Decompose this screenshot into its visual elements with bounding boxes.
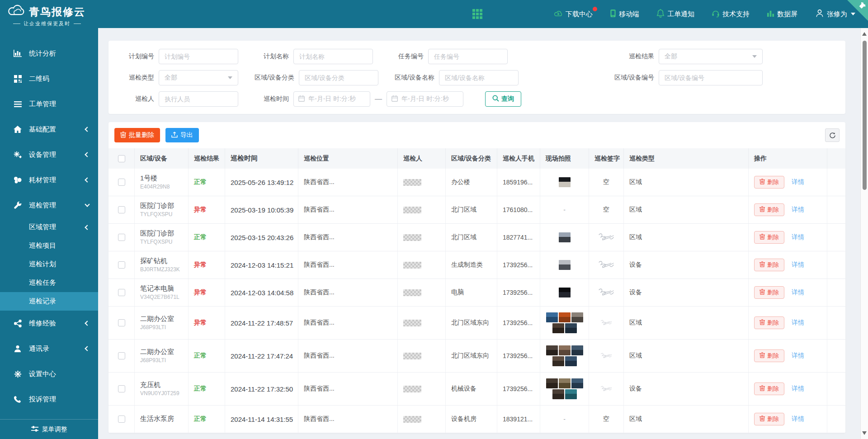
- inspection-location: 陕西省西...: [298, 340, 398, 372]
- photo-thumbnail[interactable]: [559, 260, 571, 270]
- menu-download-center[interactable]: 下载中心: [554, 10, 593, 19]
- photo-thumbnail[interactable]: [565, 323, 577, 333]
- detail-link[interactable]: 详情: [792, 261, 804, 269]
- operations-cell: 删除 详情: [749, 307, 827, 339]
- vertical-scrollbar[interactable]: [860, 28, 868, 439]
- inspector-input[interactable]: [159, 91, 238, 107]
- photo-thumbnail[interactable]: [552, 356, 564, 366]
- photo-thumbnail[interactable]: [552, 323, 564, 333]
- menu-adjust-button[interactable]: 菜单调整: [0, 419, 98, 439]
- photos-cell: [540, 224, 589, 251]
- inspection-type-select[interactable]: 全部: [159, 70, 238, 85]
- detail-link[interactable]: 详情: [792, 178, 804, 186]
- photo-thumbnail[interactable]: [546, 312, 558, 322]
- detail-link[interactable]: 详情: [792, 233, 804, 241]
- row-checkbox[interactable]: [118, 352, 125, 359]
- sidebar-item-base-config[interactable]: 基础配置: [0, 117, 98, 142]
- menu-data-screen[interactable]: 数据屏: [767, 9, 797, 19]
- delete-button[interactable]: 删除: [754, 413, 784, 425]
- delete-button[interactable]: 删除: [754, 286, 784, 299]
- app-logo: 青鸟报修云 让企业维保更及时: [0, 0, 98, 28]
- delete-button[interactable]: 删除: [754, 382, 784, 395]
- photo-thumbnail[interactable]: [546, 378, 558, 388]
- signature-cell: 空: [589, 196, 624, 223]
- photo-thumbnail[interactable]: [559, 345, 571, 355]
- photo-thumbnail[interactable]: [571, 345, 583, 355]
- sidebar-item-settings[interactable]: 设置中心: [0, 361, 98, 387]
- photo-thumbnail[interactable]: [565, 356, 577, 366]
- area-number-input[interactable]: [659, 70, 763, 85]
- end-date-input[interactable]: 年-月-日 时:分:秒: [387, 91, 463, 107]
- sidebar-item-complaints[interactable]: 投诉管理: [0, 387, 98, 412]
- sidebar-item-contacts[interactable]: 通讯录: [0, 336, 98, 361]
- detail-link[interactable]: 详情: [792, 319, 804, 327]
- export-button[interactable]: 导出: [165, 128, 199, 142]
- area-category-input[interactable]: [299, 70, 378, 85]
- sidebar-item-consumables[interactable]: 耗材管理: [0, 167, 98, 193]
- menu-tech-support[interactable]: 技术支持: [712, 9, 750, 19]
- batch-delete-button[interactable]: 批量删除: [114, 128, 160, 142]
- photo-thumbnail[interactable]: [559, 312, 571, 322]
- row-checkbox[interactable]: [118, 319, 125, 326]
- sidebar-item-inspection-tasks[interactable]: 巡检任务: [0, 274, 98, 292]
- menu-workorder-notice[interactable]: 工单通知: [656, 9, 694, 19]
- row-checkbox[interactable]: [118, 385, 125, 392]
- inspector-phone: 1739256...: [497, 251, 540, 279]
- detail-link[interactable]: 详情: [792, 385, 804, 393]
- photo-thumbnail[interactable]: [559, 288, 571, 297]
- scrollbar-thumb[interactable]: [863, 41, 867, 190]
- device-name: 1号楼: [140, 174, 170, 183]
- plan-number-input[interactable]: [159, 49, 238, 64]
- inspection-result-select[interactable]: 全部: [659, 49, 763, 64]
- signature-cell: 空: [589, 169, 624, 196]
- menu-mobile[interactable]: 移动端: [610, 9, 639, 19]
- row-checkbox[interactable]: [118, 206, 125, 213]
- sidebar-item-qrcode[interactable]: 二维码: [0, 66, 98, 91]
- photo-thumbnail[interactable]: [559, 378, 571, 388]
- sidebar-item-devices[interactable]: 设备管理: [0, 142, 98, 167]
- delete-button[interactable]: 删除: [754, 316, 784, 329]
- delete-button[interactable]: 删除: [754, 203, 784, 216]
- sidebar-item-repair-experience[interactable]: 维修经验: [0, 311, 98, 336]
- row-checkbox[interactable]: [118, 415, 125, 423]
- photo-thumbnail[interactable]: [565, 389, 577, 399]
- sidebar-item-inspection-records[interactable]: 巡检记录: [0, 292, 98, 311]
- row-checkbox[interactable]: [118, 261, 125, 269]
- photo-thumbnail[interactable]: [571, 378, 583, 388]
- sidebar-item-area-management[interactable]: 区域管理: [0, 218, 98, 236]
- refresh-button[interactable]: [825, 128, 840, 142]
- sidebar-item-stats[interactable]: 统计分析: [0, 41, 98, 66]
- sidebar-item-inspection-projects[interactable]: 巡检项目: [0, 236, 98, 255]
- sidebar-item-workorders[interactable]: 工单管理: [0, 91, 98, 117]
- delete-button[interactable]: 删除: [754, 176, 784, 189]
- delete-button[interactable]: 删除: [754, 349, 784, 362]
- start-date-input[interactable]: 年-月-日 时:分:秒: [293, 91, 370, 107]
- photo-thumbnail[interactable]: [571, 312, 583, 322]
- apps-grid-icon[interactable]: [472, 9, 482, 19]
- row-checkbox[interactable]: [118, 179, 125, 186]
- scroll-down-arrow[interactable]: [862, 431, 867, 435]
- detail-link[interactable]: 详情: [792, 415, 804, 423]
- area-name-input[interactable]: [439, 70, 519, 85]
- plan-name-input[interactable]: [293, 49, 373, 64]
- delete-button[interactable]: 删除: [754, 259, 784, 271]
- device-name: 二期办公室: [140, 315, 174, 323]
- task-number-input[interactable]: [428, 49, 508, 64]
- inspection-time: 2025-05-26 13:49:12: [225, 169, 298, 196]
- photo-thumbnail[interactable]: [559, 232, 571, 242]
- detail-link[interactable]: 详情: [792, 288, 804, 297]
- row-checkbox[interactable]: [118, 234, 125, 241]
- photo-thumbnail[interactable]: [546, 345, 558, 355]
- scroll-up-arrow[interactable]: [862, 32, 867, 36]
- search-button[interactable]: 查询: [485, 91, 521, 107]
- row-checkbox[interactable]: [118, 289, 125, 296]
- detail-link[interactable]: 详情: [792, 206, 804, 214]
- sidebar-item-inspection[interactable]: 巡检管理: [0, 193, 98, 218]
- detail-link[interactable]: 详情: [792, 352, 804, 360]
- photo-thumbnail[interactable]: [552, 389, 564, 399]
- select-all-checkbox[interactable]: [118, 155, 125, 162]
- sidebar-item-inspection-plans[interactable]: 巡检计划: [0, 255, 98, 274]
- delete-button[interactable]: 删除: [754, 231, 784, 244]
- result-cell: 正常: [189, 169, 225, 196]
- photo-thumbnail[interactable]: [559, 177, 571, 187]
